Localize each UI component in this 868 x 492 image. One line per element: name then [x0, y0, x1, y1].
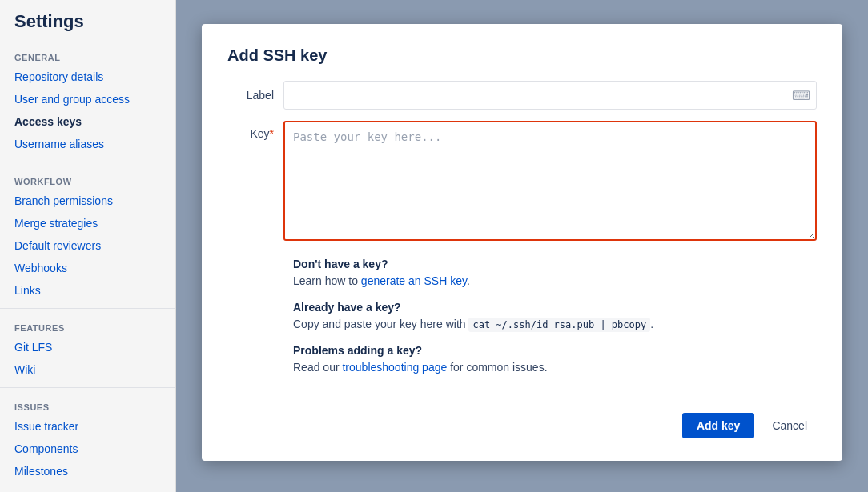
- sidebar-item-merge-strategies[interactable]: Merge strategies: [0, 212, 175, 234]
- key-field-label: Key*: [227, 121, 283, 140]
- sidebar-item-username-aliases[interactable]: Username aliases: [0, 133, 175, 155]
- already-key-text-before: Copy and paste your key here with: [293, 318, 466, 330]
- sidebar-divider-1: [0, 162, 175, 162]
- sidebar-item-access-keys[interactable]: Access keys: [0, 110, 175, 133]
- sidebar-item-links[interactable]: Links: [0, 279, 175, 302]
- no-key-text-after: .: [467, 274, 470, 287]
- key-textarea[interactable]: [283, 121, 817, 241]
- sidebar-item-issue-tracker[interactable]: Issue tracker: [0, 415, 175, 438]
- add-key-button[interactable]: Add key: [682, 413, 754, 438]
- label-form-group: Label ⌨: [227, 81, 817, 110]
- already-key-text: Copy and paste your key here with cat ~/…: [293, 316, 817, 333]
- key-form-group: Key*: [227, 121, 817, 243]
- sidebar-item-wiki[interactable]: Wiki: [0, 358, 175, 381]
- sidebar-item-git-lfs[interactable]: Git LFS: [0, 336, 175, 358]
- key-textarea-wrap: [283, 121, 817, 243]
- generate-ssh-key-link[interactable]: generate an SSH key: [361, 274, 467, 287]
- sidebar-item-components[interactable]: Components: [0, 438, 175, 460]
- sidebar-item-repo-details[interactable]: Repository details: [0, 66, 175, 88]
- sidebar-item-branch-permissions[interactable]: Branch permissions: [0, 190, 175, 212]
- help-problems: Problems adding a key? Read our troubles…: [293, 344, 817, 376]
- help-already-key: Already have a key? Copy and paste your …: [293, 301, 817, 333]
- no-key-text-before: Learn how to: [293, 274, 361, 287]
- sidebar: Settings GENERAL Repository details User…: [0, 0, 176, 492]
- page-title: Settings: [0, 0, 175, 45]
- sidebar-divider-2: [0, 308, 175, 309]
- sidebar-item-milestones[interactable]: Milestones: [0, 460, 175, 482]
- problems-text: Read our troubleshooting page for common…: [293, 359, 817, 376]
- troubleshooting-link[interactable]: troubleshooting page: [342, 361, 447, 374]
- problems-text-before: Read our: [293, 361, 342, 374]
- no-key-title: Don't have a key?: [293, 258, 817, 270]
- modal-title: Add SSH key: [227, 46, 817, 65]
- sidebar-item-default-reviewers[interactable]: Default reviewers: [0, 234, 175, 257]
- sidebar-item-user-group[interactable]: User and group access: [0, 88, 175, 110]
- already-key-code: cat ~/.ssh/id_rsa.pub | pbcopy: [468, 318, 650, 332]
- label-input-wrap: ⌨: [283, 81, 817, 110]
- help-section: Don't have a key? Learn how to generate …: [293, 258, 817, 376]
- add-ssh-key-modal: Add SSH key Label ⌨ Key* Don't have a ke…: [202, 24, 842, 461]
- label-input[interactable]: [283, 81, 817, 110]
- label-field-label: Label: [227, 89, 283, 102]
- modal-footer: Add key Cancel: [227, 400, 817, 438]
- already-key-end: .: [650, 318, 653, 330]
- sidebar-section-features: FEATURES: [0, 315, 175, 336]
- cancel-button[interactable]: Cancel: [762, 413, 817, 438]
- sidebar-section-issues: ISSUES: [0, 394, 175, 415]
- keyboard-icon: ⌨: [792, 88, 810, 103]
- sidebar-divider-3: [0, 387, 175, 388]
- sidebar-section-general: GENERAL: [0, 45, 175, 66]
- no-key-text: Learn how to generate an SSH key.: [293, 273, 817, 290]
- main-area: Add SSH key Label ⌨ Key* Don't have a ke…: [176, 0, 868, 492]
- sidebar-item-webhooks[interactable]: Webhooks: [0, 257, 175, 279]
- sidebar-section-workflow: WORKFLOW: [0, 169, 175, 190]
- already-key-title: Already have a key?: [293, 301, 817, 314]
- help-no-key: Don't have a key? Learn how to generate …: [293, 258, 817, 290]
- problems-title: Problems adding a key?: [293, 344, 817, 357]
- problems-text-after: for common issues.: [447, 361, 547, 374]
